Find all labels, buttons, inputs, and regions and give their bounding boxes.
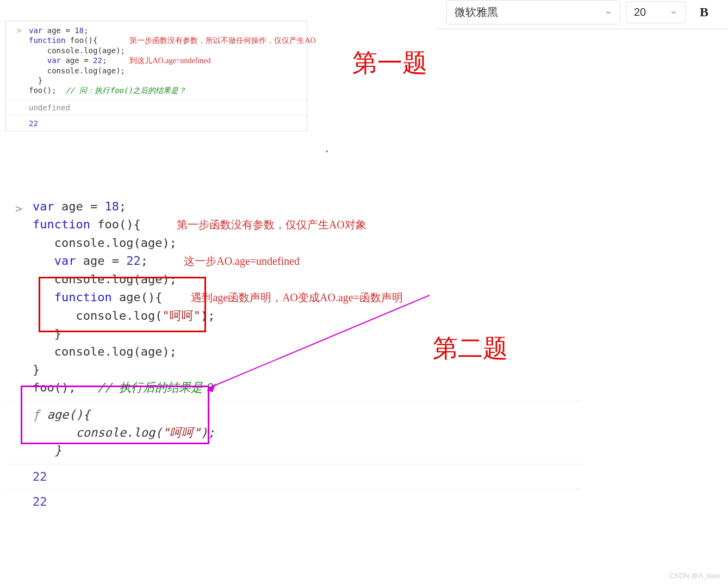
annotation: 第一步函数没有参数，所以不做任何操作，仅仅产生AO	[129, 36, 315, 45]
bold-label: B	[700, 5, 708, 20]
console-output: 22	[6, 115, 307, 131]
font-size-value: 20	[634, 6, 646, 18]
heading-question-1: 第一题	[352, 46, 427, 80]
annotation: 第一步函数没有参数，仅仅产生AO对象	[177, 219, 366, 231]
highlight-box-magenta	[21, 386, 209, 444]
annotation: 遇到age函数声明，AO变成AO.age=函数声明	[191, 291, 403, 303]
code-input-1: >var age = 18; function foo(){ 第一步函数没有参数…	[6, 21, 307, 100]
annotation: 这一步AO.age=undefined	[184, 255, 300, 267]
console-block-2: >var age = 18; function foo(){ 第一步函数没有参数…	[5, 193, 582, 514]
chevron-down-icon	[605, 9, 612, 16]
console-block-1: >var age = 18; function foo(){ 第一步函数没有参数…	[5, 21, 307, 132]
console-output: 22	[5, 489, 582, 514]
console-output: 22	[5, 464, 582, 489]
bold-button[interactable]: B	[691, 1, 717, 24]
font-family-select[interactable]: 微软雅黑	[446, 0, 620, 24]
font-size-select[interactable]: 20	[626, 1, 686, 23]
annotation: 到这儿AO.age=undefined	[129, 57, 210, 65]
watermark: CSDN @A_baio	[669, 571, 720, 580]
comment: // 问：执行foo()之后的结果是？	[65, 86, 185, 95]
bullet-icon: ·	[325, 143, 329, 158]
prompt-icon: >	[17, 26, 21, 35]
console-output: undefined	[6, 100, 307, 115]
chevron-down-icon	[670, 9, 677, 16]
font-family-value: 微软雅黑	[455, 5, 498, 20]
highlight-box-red	[39, 277, 206, 332]
toolbar: 微软雅黑 20 B	[435, 0, 728, 29]
prompt-icon: >	[15, 200, 22, 218]
